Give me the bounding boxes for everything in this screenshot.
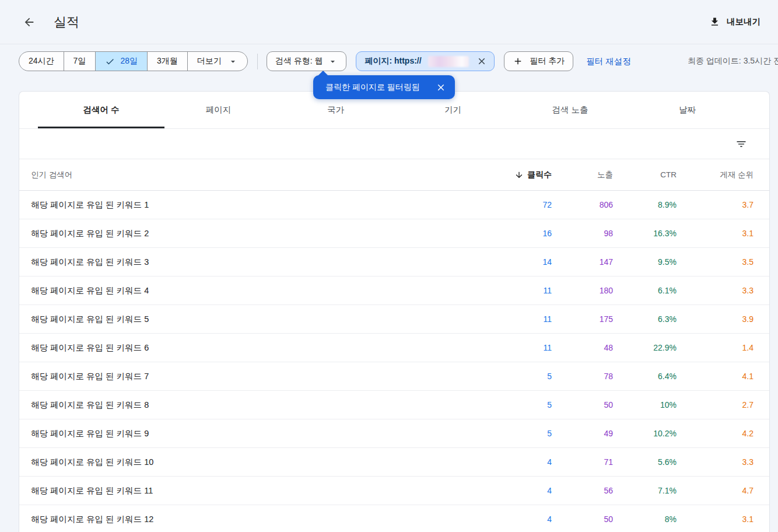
ctr-cell: 10.2%	[613, 429, 677, 438]
query-cell: 해당 페이지로 유입 된 키워드 12	[31, 514, 482, 525]
plus-icon	[513, 56, 523, 66]
table-filter-button[interactable]	[731, 134, 752, 155]
query-cell: 해당 페이지로 유입 된 키워드 4	[31, 285, 482, 296]
date-range-button[interactable]: 3개월	[147, 52, 187, 71]
download-icon	[709, 16, 720, 27]
redacted-url	[428, 56, 469, 67]
impressions-cell: 48	[552, 343, 613, 352]
table-row[interactable]: 해당 페이지로 유입 된 키워드 1 72 806 8.9% 3.7	[19, 191, 769, 219]
back-button[interactable]	[17, 10, 41, 34]
tooltip-close-button[interactable]	[436, 82, 446, 93]
table-row[interactable]: 해당 페이지로 유입 된 키워드 3 14 147 9.5% 3.5	[19, 248, 769, 276]
impressions-cell: 71	[552, 457, 613, 467]
date-range-button[interactable]: 7일	[64, 52, 96, 71]
position-cell: 3.5	[677, 257, 754, 267]
reset-filters-link[interactable]: 필터 재설정	[586, 56, 631, 67]
page-title: 실적	[54, 13, 79, 31]
impressions-cell: 147	[552, 257, 613, 267]
query-cell: 해당 페이지로 유입 된 키워드 6	[31, 342, 482, 354]
add-filter-label: 필터 추가	[530, 56, 565, 66]
clicks-cell: 4	[482, 486, 552, 495]
query-cell: 해당 페이지로 유입 된 키워드 1	[31, 200, 482, 211]
active-tab-underline	[38, 127, 164, 128]
date-range-button[interactable]: 28일	[95, 52, 147, 71]
ctr-column-header[interactable]: CTR	[613, 170, 677, 179]
position-cell: 4.2	[677, 429, 754, 438]
table-row[interactable]: 해당 페이지로 유입 된 키워드 9 5 49 10.2% 4.2	[19, 419, 769, 448]
last-updated-text: 최종 업데이트: 3.5시간 전	[688, 56, 778, 66]
clicks-cell: 4	[482, 514, 552, 524]
tab-label: 국가	[327, 104, 344, 116]
impressions-cell: 175	[552, 314, 613, 324]
query-cell: 해당 페이지로 유입 된 키워드 2	[31, 228, 482, 239]
clicks-cell: 11	[482, 286, 552, 295]
query-cell: 해당 페이지로 유입 된 키워드 5	[31, 314, 482, 325]
query-cell: 해당 페이지로 유입 된 키워드 3	[31, 257, 482, 268]
position-cell: 3.9	[677, 314, 754, 324]
dimension-tab[interactable]: 검색어 수	[43, 92, 160, 128]
position-cell: 3.7	[677, 200, 754, 209]
remove-page-filter-button[interactable]	[476, 56, 487, 66]
position-column-header[interactable]: 게재 순위	[677, 170, 754, 180]
clicks-cell: 14	[482, 257, 552, 267]
table-row[interactable]: 해당 페이지로 유입 된 키워드 8 5 50 10% 2.7	[19, 391, 769, 419]
tab-label: 페이지	[206, 104, 232, 116]
dimension-tab[interactable]: 페이지	[160, 92, 277, 128]
filter-divider	[257, 54, 258, 69]
export-button[interactable]: 내보내기	[705, 13, 765, 31]
query-column-header: 인기 검색어	[31, 170, 482, 180]
tab-label: 검색어 수	[83, 104, 119, 116]
page-filter-chip[interactable]: 페이지: https://	[356, 51, 495, 71]
date-range-label: 3개월	[157, 56, 178, 66]
table-row[interactable]: 해당 페이지로 유입 된 키워드 5 11 175 6.3% 3.9	[19, 305, 769, 334]
date-range-button[interactable]: 더보기	[187, 52, 247, 71]
query-cell: 해당 페이지로 유입 된 키워드 11	[31, 485, 482, 496]
position-cell: 3.1	[677, 229, 754, 238]
table-row[interactable]: 해당 페이지로 유입 된 키워드 2 16 98 16.3% 3.1	[19, 219, 769, 248]
dimension-tab[interactable]: 날짜	[629, 92, 746, 128]
table-row[interactable]: 해당 페이지로 유입 된 키워드 12 4 50 8% 3.1	[19, 505, 769, 532]
ctr-cell: 9.5%	[613, 257, 677, 267]
filtered-page-tooltip: 클릭한 페이지로 필터링됨	[313, 75, 455, 99]
clicks-cell: 5	[482, 372, 552, 381]
position-cell: 1.4	[677, 343, 754, 352]
position-cell: 3.3	[677, 457, 754, 467]
table-row[interactable]: 해당 페이지로 유입 된 키워드 7 5 78 6.4% 4.1	[19, 362, 769, 391]
table-row[interactable]: 해당 페이지로 유입 된 키워드 11 4 56 7.1% 4.7	[19, 477, 769, 505]
query-cell: 해당 페이지로 유입 된 키워드 7	[31, 371, 482, 382]
query-cell: 해당 페이지로 유입 된 키워드 8	[31, 400, 482, 411]
clicks-cell: 4	[482, 457, 552, 467]
search-type-label: 검색 유형: 웹	[275, 56, 323, 66]
impressions-column-header[interactable]: 노출	[552, 170, 613, 180]
tab-label: 검색 노출	[552, 104, 588, 116]
date-range-label: 28일	[120, 56, 138, 66]
date-range-group: 24시간 7일 28일	[19, 51, 248, 71]
date-range-label: 더보기	[197, 56, 222, 66]
date-range-button[interactable]: 24시간	[19, 52, 64, 71]
impressions-cell: 56	[552, 486, 613, 495]
impressions-cell: 49	[552, 429, 613, 438]
clicks-cell: 16	[482, 229, 552, 238]
ctr-cell: 10%	[613, 400, 677, 410]
close-icon	[436, 82, 446, 93]
filter-bar: 24시간 7일 28일	[0, 51, 778, 71]
clicks-column-header[interactable]: 클릭수	[482, 170, 552, 180]
add-filter-chip[interactable]: 필터 추가	[504, 51, 573, 71]
impressions-cell: 50	[552, 514, 613, 524]
table-row[interactable]: 해당 페이지로 유입 된 키워드 10 4 71 5.6% 3.3	[19, 448, 769, 477]
tab-label: 날짜	[679, 104, 696, 116]
search-type-chip[interactable]: 검색 유형: 웹	[267, 51, 347, 71]
clicks-cell: 5	[482, 429, 552, 438]
table-toolbar	[19, 129, 769, 159]
table-row[interactable]: 해당 페이지로 유입 된 키워드 4 11 180 6.1% 3.3	[19, 276, 769, 305]
position-cell: 3.3	[677, 286, 754, 295]
dimension-tab[interactable]: 검색 노출	[511, 92, 629, 128]
position-cell: 3.1	[677, 514, 754, 524]
close-icon	[476, 56, 487, 66]
impressions-cell: 806	[552, 200, 613, 209]
ctr-cell: 5.6%	[613, 457, 677, 467]
clicks-cell: 72	[482, 200, 552, 209]
chevron-down-icon	[228, 57, 238, 66]
ctr-cell: 7.1%	[613, 486, 677, 495]
table-row[interactable]: 해당 페이지로 유입 된 키워드 6 11 48 22.9% 1.4	[19, 334, 769, 362]
